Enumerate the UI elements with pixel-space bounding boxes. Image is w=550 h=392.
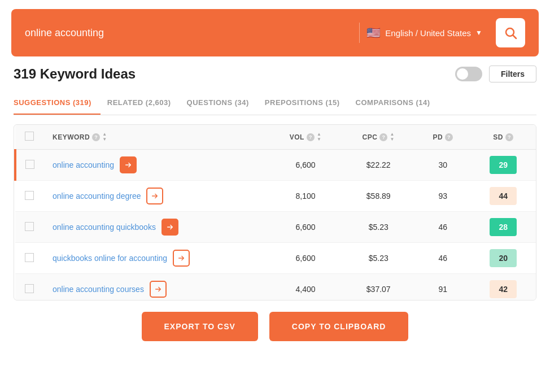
row-checkbox-cell [15,212,43,243]
keyword-sort[interactable]: ▲ ▼ [102,132,107,142]
pd-cell: 30 [415,150,470,181]
arrow-right-icon [151,192,159,200]
cpc-col-label: CPC [363,133,378,141]
header-sd: SD ? [470,125,536,150]
pd-cell: 91 [415,274,470,300]
filters-button[interactable]: Filters [489,66,536,82]
export-csv-button[interactable]: EXPORT TO CSV [142,312,258,341]
keyword-text: online accounting [53,160,114,169]
row-checkbox[interactable] [25,284,34,293]
sd-header-inner: SD ? [479,133,527,141]
keyword-cell: online accounting courses [43,274,269,300]
pd-help-icon[interactable]: ? [445,133,453,141]
keyword-cell: online accounting quickbooks [43,212,269,243]
row-checkbox[interactable] [25,222,34,231]
keyword-help-icon[interactable]: ? [92,133,100,141]
language-selector[interactable]: 🇺🇸 English / United States ▼ [359,23,489,43]
table-row: online accounting courses4,400$37.079142 [15,274,536,300]
cpc-help-icon[interactable]: ? [379,133,387,141]
vol-cell: 6,600 [269,150,342,181]
row-checkbox[interactable] [25,253,34,262]
cpc-sort-up: ▲ [390,132,394,137]
sd-badge: 28 [490,218,517,236]
sd-badge: 42 [490,280,517,298]
sort-up-icon: ▲ [102,132,107,137]
row-checkbox-cell [15,150,43,181]
keyword-arrow-button[interactable] [120,156,137,173]
row-checkbox[interactable] [25,191,34,200]
vol-cell: 6,600 [269,243,342,274]
sd-cell: 29 [470,150,536,181]
vol-col-label: VOL [290,133,304,141]
pd-header-inner: PD ? [424,133,461,141]
keyword-header-inner: KEYWORD ? ▲ ▼ [53,132,260,142]
vol-sort-up: ▲ [317,132,321,137]
tab-comparisons[interactable]: COMPARISONS (14) [356,94,439,115]
sd-cell: 20 [470,243,536,274]
keyword-cell: quickbooks online for accounting [43,243,269,274]
cpc-sort[interactable]: ▲ ▼ [390,132,394,142]
pd-cell: 46 [415,243,470,274]
vol-cell: 4,400 [269,274,342,300]
toggle-knob [457,68,468,80]
keyword-arrow-button[interactable] [150,281,167,298]
table-header-row: KEYWORD ? ▲ ▼ VOL ? [15,125,536,150]
keyword-table: KEYWORD ? ▲ ▼ VOL ? [14,125,536,300]
select-all-checkbox[interactable] [25,132,34,141]
header-vol: VOL ? ▲ ▼ [269,125,342,150]
vol-sort[interactable]: ▲ ▼ [317,132,321,142]
pd-col-label: PD [433,133,443,141]
keyword-cell: online accounting [43,150,269,181]
search-button[interactable] [496,18,525,47]
vol-sort-down: ▼ [317,137,321,142]
lang-label: English / United States [385,28,471,38]
table-row: quickbooks online for accounting6,600$5.… [15,243,536,274]
search-input[interactable] [25,27,352,39]
cpc-header-inner: CPC ? ▲ ▼ [351,132,406,142]
tab-prepositions[interactable]: PREPOSITIONS (15) [265,94,349,115]
table-row: online accounting degree8,100$58.899344 [15,181,536,212]
sd-badge: 44 [490,187,517,205]
sd-badge: 29 [490,156,517,174]
row-checkbox-cell [15,243,43,274]
header-pd: PD ? [415,125,470,150]
table-wrapper[interactable]: KEYWORD ? ▲ ▼ VOL ? [14,125,536,300]
arrow-right-icon [154,285,162,293]
keyword-table-container: KEYWORD ? ▲ ▼ VOL ? [14,124,536,300]
tab-questions[interactable]: QUESTIONS (34) [187,94,258,115]
vol-cell: 8,100 [269,181,342,212]
sd-help-icon[interactable]: ? [505,133,513,141]
chevron-down-icon: ▼ [475,29,482,37]
table-row: online accounting6,600$22.223029 [15,150,536,181]
copy-clipboard-button[interactable]: COPY TO CLIPBOARD [269,312,409,341]
keyword-text: online accounting degree [53,191,141,201]
sd-cell: 44 [470,181,536,212]
vol-help-icon[interactable]: ? [307,133,315,141]
header-checkbox-cell [15,125,43,150]
cpc-cell: $5.23 [342,243,415,274]
sd-cell: 28 [470,212,536,243]
arrow-right-icon [124,161,132,169]
main-content: 319 Keyword Ideas Filters SUGGESTIONS (3… [0,66,550,352]
flag-icon: 🇺🇸 [366,26,381,40]
sd-cell: 42 [470,274,536,300]
title-row: 319 Keyword Ideas Filters [14,66,536,82]
keyword-arrow-button[interactable] [161,219,178,236]
keyword-arrow-button[interactable] [146,188,163,204]
header-keyword: KEYWORD ? ▲ ▼ [43,125,269,150]
arrow-right-icon [166,223,174,231]
keyword-arrow-button[interactable] [173,250,190,267]
page-title: 319 Keyword Ideas [14,66,136,82]
header-cpc: CPC ? ▲ ▼ [342,125,415,150]
pd-cell: 46 [415,212,470,243]
arrow-right-icon [177,254,185,262]
footer-buttons: EXPORT TO CSV COPY TO CLIPBOARD [14,312,536,352]
row-checkbox[interactable] [25,160,34,169]
toggle-switch[interactable] [455,67,482,81]
cpc-cell: $5.23 [342,212,415,243]
cpc-cell: $58.89 [342,181,415,212]
tab-related[interactable]: RELATED (2,603) [107,94,180,115]
tab-suggestions[interactable]: SUGGESTIONS (319) [14,94,101,115]
sort-down-icon: ▼ [102,137,107,142]
table-row: online accounting quickbooks6,600$5.2346… [15,212,536,243]
